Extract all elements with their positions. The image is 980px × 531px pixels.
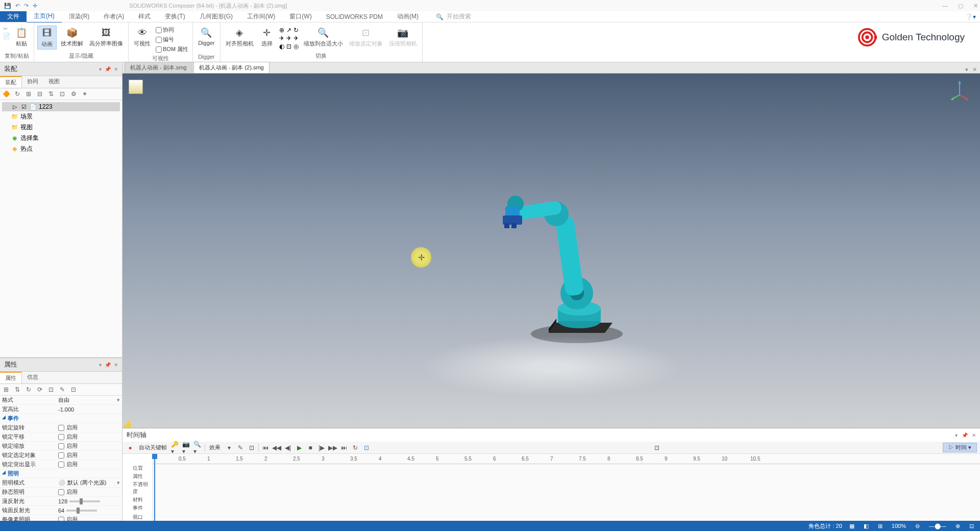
timeline-track[interactable]: 事件 (122, 504, 153, 512)
property-row[interactable]: 锁定缩放启用 (0, 442, 122, 451)
robot-model[interactable] (500, 140, 628, 344)
timeline-playhead[interactable] (154, 454, 155, 531)
step-back-icon[interactable]: ◀| (283, 443, 292, 452)
timeline-track[interactable]: 属性 (122, 472, 153, 480)
step-fwd-icon[interactable]: |▶ (317, 443, 326, 452)
property-row[interactable]: 锁定旋转启用 (0, 423, 122, 432)
help-icon[interactable]: ❔▾ (965, 13, 976, 20)
document-tab[interactable]: 机器人动画 - 副本.smg (125, 62, 192, 73)
tree-item[interactable]: ◉热点 (2, 143, 120, 154)
close-icon[interactable]: ✕ (972, 432, 976, 438)
tool-icon[interactable]: ↻ (293, 27, 299, 34)
visibility-button[interactable]: 👁 可视性 (132, 26, 153, 49)
last-icon[interactable]: ⏭ (339, 443, 349, 452)
menu-tab-geometry[interactable]: 几何图形(G) (192, 11, 240, 22)
property-row[interactable]: 事件 (0, 414, 122, 423)
menu-tab-pdm[interactable]: SOLIDWORKS PDM (319, 12, 390, 22)
pin-icon[interactable]: 📌 (962, 432, 968, 438)
dropdown-icon[interactable]: ▾ (965, 66, 968, 73)
property-row[interactable]: 锁定选定对象启用 (0, 451, 122, 460)
tool-icon[interactable]: ✈ (293, 35, 299, 42)
tool-icon[interactable]: ⊞ (24, 90, 33, 98)
tool-icon[interactable]: ✶ (81, 90, 89, 98)
redo-icon[interactable]: ↷ (24, 3, 29, 9)
property-row[interactable]: 宽高比-1.000 (0, 405, 122, 414)
align-camera-button[interactable]: ◈对齐照相机 (224, 26, 256, 49)
timeline-track[interactable]: 视口 (122, 513, 153, 521)
property-row[interactable]: 漫反射光128 (0, 497, 122, 506)
key-icon[interactable]: 🔑▾ (171, 443, 180, 452)
file-menu[interactable]: 文件 (0, 11, 27, 22)
dropdown-icon[interactable]: ▾ (955, 432, 958, 438)
viewport-mode-icon[interactable] (129, 80, 143, 94)
effects-label[interactable]: 效果 (207, 444, 223, 451)
tree-item[interactable]: 📁场景 (2, 111, 120, 122)
menu-tab-render[interactable]: 渲染(R) (62, 11, 97, 22)
next-icon[interactable]: ▶▶ (328, 443, 337, 452)
property-row[interactable]: 每像素照明启用 (0, 515, 122, 521)
bom-checkbox[interactable]: BOM 属性 (155, 45, 189, 54)
animation-button[interactable]: 🎞 动画 (37, 26, 57, 50)
tool-icon[interactable]: ↗ (286, 27, 291, 34)
timeline-area[interactable]: 0.511.522.533.544.555.566.577.588.599.51… (153, 454, 980, 531)
pin-icon[interactable]: 📌 (105, 66, 111, 72)
digger-button[interactable]: 🔍 Digger (196, 26, 216, 47)
tool-icon[interactable]: ↻ (24, 385, 33, 394)
digger-icon[interactable]: 🔍▾ (193, 443, 203, 452)
minimize-icon[interactable]: — (942, 3, 948, 9)
tree-item[interactable]: 📁视图 (2, 122, 120, 133)
properties-body[interactable]: 格式自由▾宽高比-1.000事件锁定旋转启用锁定平移启用锁定缩放启用锁定选定对象… (0, 396, 122, 521)
undo-icon[interactable]: ↶ (15, 3, 20, 9)
status-zoom[interactable]: 100% (890, 523, 908, 529)
tree-item[interactable]: ▷☑📄1223 (2, 102, 120, 111)
zoom-fit-button[interactable]: 🔍缩放到合适大小 (302, 26, 345, 49)
status-icon[interactable]: ▦ (847, 523, 856, 529)
tool-icon[interactable]: ⊡ (69, 385, 78, 394)
tab-properties[interactable]: 属性 (0, 372, 22, 383)
maximize-icon[interactable]: ▢ (958, 3, 963, 9)
tool-icon[interactable]: ✈ (286, 35, 291, 42)
tool-icon[interactable]: ⊡ (47, 385, 55, 394)
number-checkbox[interactable]: 编号 (155, 35, 189, 44)
stop-icon[interactable]: ■ (306, 443, 315, 452)
document-tab[interactable]: 机器人动画 - 副本 (2).smg (193, 62, 270, 73)
menu-tab-workshop[interactable]: 工作间(W) (240, 11, 282, 22)
menu-tab-transform[interactable]: 变换(T) (158, 11, 192, 22)
record-icon[interactable]: ● (126, 443, 135, 452)
cut-icon[interactable]: ✂ (3, 26, 10, 32)
copy-icon[interactable]: 📄 (3, 33, 10, 39)
tool-icon[interactable]: ↻ (13, 90, 21, 98)
loop-icon[interactable]: ↻ (351, 443, 360, 452)
play-icon[interactable]: ▶ (295, 443, 304, 452)
zoom-in-icon[interactable]: ⊕ (953, 523, 962, 529)
autokey-label[interactable]: 自动关键帧 (137, 444, 169, 451)
tool-icon[interactable]: ⇅ (13, 385, 21, 394)
zoom-out-icon[interactable]: ⊖ (913, 523, 922, 529)
property-row[interactable]: 镜面反射光64 (0, 506, 122, 515)
time-display[interactable]: ▷ 时间 ▾ (943, 443, 977, 452)
property-row[interactable]: 照明 (0, 469, 122, 478)
tool-icon[interactable]: ⚙ (69, 90, 78, 98)
fit-icon[interactable]: ⊡ (967, 523, 976, 529)
close-icon[interactable]: ✕ (114, 362, 118, 368)
tool-icon[interactable]: ✎ (236, 443, 245, 452)
tool-icon[interactable]: ⊡ (58, 90, 66, 98)
tool-icon[interactable]: 🔶 (2, 90, 10, 98)
tool-icon[interactable]: ⟳ (36, 385, 44, 394)
tab-collab[interactable]: 协同 (22, 76, 43, 88)
tool-icon[interactable]: ◎ (293, 43, 299, 50)
save-icon[interactable]: 💾 (4, 3, 11, 9)
tool-icon[interactable]: ⊟ (36, 90, 44, 98)
property-row[interactable]: 静态照明启用 (0, 488, 122, 497)
tool-icon[interactable]: ⊡ (247, 443, 256, 452)
tab-info[interactable]: 信息 (22, 372, 43, 383)
first-icon[interactable]: ⏮ (261, 443, 270, 452)
dropdown-icon[interactable]: ▾ (99, 362, 102, 368)
close-icon[interactable]: ✕ (972, 66, 977, 73)
pin-icon[interactable]: 📌 (105, 362, 111, 368)
search-area[interactable]: 🔍 开始搜索 (436, 12, 471, 21)
collab-checkbox[interactable]: 协同 (155, 26, 189, 34)
zoom-slider[interactable]: —⬤— (927, 523, 948, 529)
hires-image-button[interactable]: 🖼 高分辨率图像 (87, 26, 125, 49)
select-button[interactable]: ✛选择 (258, 26, 276, 49)
